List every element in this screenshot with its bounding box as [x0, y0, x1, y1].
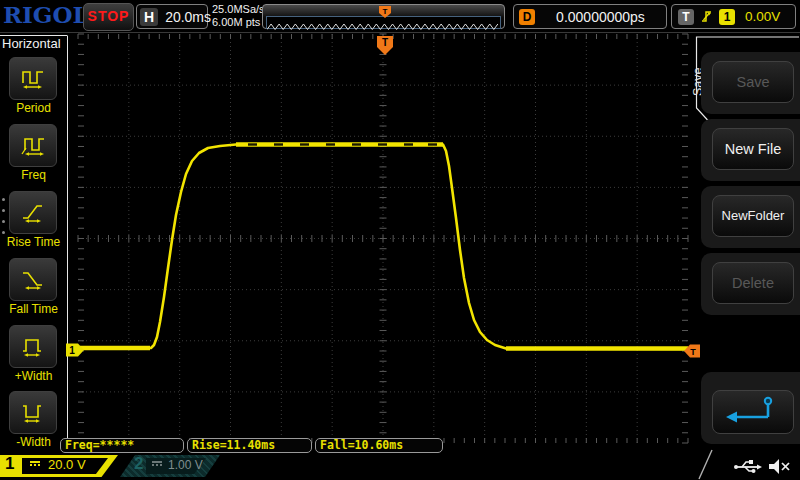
preview-waveform-icon: [267, 22, 498, 31]
measure-item-fall-time[interactable]: [9, 258, 57, 301]
right-softkey-menu: Save Save New File NewFolder Delete: [688, 32, 800, 452]
waveform-preview-bar[interactable]: T: [262, 4, 505, 29]
page-indicator-dot: [2, 231, 5, 234]
rigol-logo: RIGOL: [3, 1, 89, 28]
plus-width-icon: [21, 336, 45, 357]
status-icons: [733, 454, 795, 478]
measure-label-pos-width: +Width: [0, 369, 67, 383]
softkey-new-file-button[interactable]: New File: [712, 128, 794, 170]
dc-coupling-icon: [30, 461, 40, 469]
softkey-delete-button[interactable]: Delete: [712, 262, 794, 304]
measure-item-period[interactable]: [9, 57, 57, 100]
measure-item-neg-width[interactable]: [9, 391, 57, 434]
measure-label-fall-time: Fall Time: [0, 302, 67, 316]
channel-1-scale: 20.0 V: [48, 457, 86, 472]
sample-rate: 25.0MSa/s: [212, 3, 265, 16]
trigger-position-mini-icon: T: [378, 5, 392, 20]
minus-width-icon: [21, 402, 45, 423]
top-status-bar: RIGOL STOP H 20.0ms 25.0MSa/s 6.00M pts …: [0, 0, 800, 32]
channel-1-number: 1: [5, 454, 14, 474]
measure-item-rise-time[interactable]: [9, 191, 57, 234]
softkey-save-button[interactable]: Save: [712, 61, 794, 103]
measure-label-freq: Freq: [0, 168, 67, 182]
timebase-value: 20.0ms: [165, 9, 211, 25]
measure-item-freq[interactable]: [9, 124, 57, 167]
horizontal-label: H: [140, 8, 158, 26]
trigger-box[interactable]: T 1 0.00V: [671, 4, 796, 29]
channel-status-bar: 1 20.0 V 2 1.00 V: [0, 452, 800, 480]
svg-text:1: 1: [69, 345, 75, 356]
trigger-level-value: 0.00V: [745, 9, 780, 24]
left-menu-title: Horizontal: [2, 36, 61, 51]
fall-time-icon: [21, 269, 45, 290]
usb-icon: [734, 460, 762, 473]
speaker-muted-icon: [769, 459, 789, 474]
readout-rise-time: Rise=11.40ms: [187, 438, 312, 453]
memory-depth: 6.00M pts: [212, 16, 265, 29]
softkey-new-folder-button[interactable]: NewFolder: [712, 195, 794, 237]
rising-edge-icon: [700, 9, 713, 24]
delay-label: D: [519, 9, 535, 25]
channel-2-scale: 1.00 V: [168, 458, 203, 472]
page-indicator-dot: [2, 220, 5, 223]
freq-icon: [21, 135, 45, 156]
period-icon: [21, 68, 45, 89]
scope-display: TT1: [0, 0, 800, 480]
return-arrow-icon: [713, 391, 793, 431]
measure-label-rise-time: Rise Time: [0, 235, 67, 249]
softkey-return-button[interactable]: [712, 390, 794, 434]
acquisition-info: 25.0MSa/s 6.00M pts: [212, 3, 265, 29]
horizontal-timebase-box[interactable]: H 20.0ms: [136, 4, 208, 29]
dc-coupling-icon: [152, 461, 162, 469]
delay-box[interactable]: D 0.00000000ps: [513, 4, 667, 29]
run-state-button[interactable]: STOP: [83, 3, 134, 31]
svg-text:T: T: [383, 7, 388, 16]
measure-label-neg-width: -Width: [0, 435, 67, 449]
page-indicator-dot: [2, 198, 5, 201]
left-measure-menu: Horizontal Period Freq Rise Time: [0, 32, 68, 452]
readout-fall-time: Fall=10.60ms: [315, 438, 443, 453]
delay-value: 0.00000000ps: [535, 9, 666, 25]
readout-freq: Freq=*****: [60, 438, 184, 453]
trigger-source-badge: 1: [719, 9, 735, 25]
rise-time-icon: [21, 202, 45, 223]
trigger-label: T: [678, 9, 694, 25]
measure-label-period: Period: [0, 101, 67, 115]
measure-item-pos-width[interactable]: [9, 325, 57, 368]
page-indicator-dot: [2, 209, 5, 212]
channel-2-number: 2: [134, 454, 143, 474]
svg-text:T: T: [382, 37, 388, 48]
